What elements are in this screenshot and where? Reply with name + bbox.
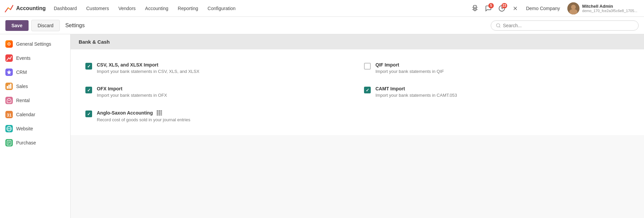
anglo-saxon-text: Anglo-Saxon Accounting xyxy=(97,110,351,122)
user-text: Mitchell Admin demo_170_fce2a3f5c6e8_170… xyxy=(582,4,637,13)
qif-import-label: QIF Import xyxy=(375,62,629,68)
general-settings-icon xyxy=(5,40,13,48)
sales-icon xyxy=(5,83,13,90)
nav-configuration[interactable]: Configuration xyxy=(204,4,240,13)
qif-import-checkbox[interactable] xyxy=(364,63,371,70)
section-header-bank-cash: Bank & Cash xyxy=(71,34,644,49)
anglo-saxon-checkbox[interactable]: ✓ xyxy=(85,111,92,117)
crm-icon xyxy=(5,69,13,76)
user-name: Mitchell Admin xyxy=(582,4,637,9)
svg-rect-40 xyxy=(159,112,160,114)
purchase-icon xyxy=(5,139,13,146)
camt-import-desc: Import your bank statements in CAMT.053 xyxy=(375,93,629,98)
svg-rect-41 xyxy=(161,112,162,114)
top-navigation: Accounting Dashboard Customers Vendors A… xyxy=(0,0,644,17)
nav-reporting[interactable]: Reporting xyxy=(174,4,202,13)
svg-rect-21 xyxy=(8,85,10,89)
close-icon-btn[interactable] xyxy=(509,2,521,14)
svg-rect-44 xyxy=(161,114,162,116)
sidebar-item-general-settings[interactable]: General Settings xyxy=(0,37,70,51)
camt-import-text: CAMT Import Import your bank statements … xyxy=(375,86,629,98)
svg-text:31: 31 xyxy=(7,113,11,118)
save-button[interactable]: Save xyxy=(5,20,29,31)
sidebar-label-website: Website xyxy=(16,126,33,131)
brand-icon xyxy=(4,4,13,13)
checkmark-icon: ✓ xyxy=(87,112,91,117)
sidebar-label-rental: Rental xyxy=(16,98,30,103)
discard-button[interactable]: Discard xyxy=(31,20,60,31)
svg-rect-20 xyxy=(7,86,8,89)
setting-csv-import: ✓ CSV, XLS, and XLSX Import Import your … xyxy=(79,56,357,80)
page-title: Settings xyxy=(65,23,85,29)
checkmark-icon: ✓ xyxy=(87,64,91,69)
avatar xyxy=(567,2,579,14)
checkmark-icon: ✓ xyxy=(366,88,369,93)
csv-import-label: CSV, XLS, and XLSX Import xyxy=(97,62,351,68)
ofx-import-checkbox[interactable]: ✓ xyxy=(85,87,92,93)
setting-camt-import: ✓ CAMT Import Import your bank statement… xyxy=(357,80,636,104)
brand-logo[interactable]: Accounting xyxy=(4,4,46,13)
bug-icon-btn[interactable] xyxy=(469,2,481,14)
setting-anglo-saxon: ✓ Anglo-Saxon Accounting xyxy=(79,104,357,128)
chat-icon-btn[interactable]: 5 xyxy=(482,2,494,14)
main-layout: General Settings Events CRM xyxy=(0,34,644,218)
settings-grid: ✓ CSV, XLS, and XLSX Import Import your … xyxy=(71,49,644,135)
events-icon xyxy=(5,54,13,62)
company-name[interactable]: Demo Company xyxy=(523,4,563,13)
sidebar-label-general-settings: General Settings xyxy=(16,41,51,47)
svg-point-12 xyxy=(9,44,10,45)
grid-icon xyxy=(156,110,162,116)
sidebar: General Settings Events CRM xyxy=(0,34,71,218)
sidebar-item-events[interactable]: Events xyxy=(0,51,70,65)
close-icon xyxy=(512,5,518,11)
nav-accounting[interactable]: Accounting xyxy=(141,4,172,13)
sidebar-label-events: Events xyxy=(16,55,31,61)
sidebar-item-rental[interactable]: Rental xyxy=(0,93,70,107)
chat-badge: 5 xyxy=(488,3,494,8)
sidebar-item-sales[interactable]: Sales xyxy=(0,79,70,93)
search-icon xyxy=(496,23,501,28)
nav-vendors[interactable]: Vendors xyxy=(114,4,139,13)
svg-rect-43 xyxy=(159,114,160,116)
svg-rect-37 xyxy=(159,110,160,112)
section-title: Bank & Cash xyxy=(79,39,110,45)
anglo-saxon-label: Anglo-Saxon Accounting xyxy=(97,110,351,116)
sidebar-item-calendar[interactable]: 31 Calendar xyxy=(0,107,70,122)
sidebar-item-purchase[interactable]: Purchase xyxy=(0,136,70,150)
setting-ofx-import: ✓ OFX Import Import your bank statements… xyxy=(79,80,357,104)
svg-rect-39 xyxy=(157,112,158,114)
svg-rect-22 xyxy=(10,84,11,89)
setting-qif-import: QIF Import Import your bank statements i… xyxy=(357,56,636,80)
svg-rect-36 xyxy=(157,110,158,112)
svg-rect-38 xyxy=(161,110,162,112)
svg-line-2 xyxy=(10,5,13,9)
user-profile[interactable]: Mitchell Admin demo_170_fce2a3f5c6e8_170… xyxy=(565,1,640,16)
sidebar-label-purchase: Purchase xyxy=(16,140,36,145)
ofx-import-desc: Import your bank statements in OFX xyxy=(97,93,351,98)
csv-import-text: CSV, XLS, and XLSX Import Import your ba… xyxy=(97,62,351,74)
checkmark-icon: ✓ xyxy=(87,88,91,93)
svg-point-9 xyxy=(496,24,500,27)
sidebar-item-crm[interactable]: CRM xyxy=(0,65,70,79)
svg-line-0 xyxy=(5,8,8,12)
clock-icon-btn[interactable]: 23 xyxy=(496,2,508,14)
camt-import-checkbox[interactable]: ✓ xyxy=(364,87,371,93)
svg-rect-42 xyxy=(157,114,158,116)
csv-import-checkbox[interactable]: ✓ xyxy=(85,63,92,70)
toolbar: Save Discard Settings xyxy=(0,17,644,34)
search-input[interactable] xyxy=(503,23,634,28)
bug-icon xyxy=(472,5,478,12)
qif-import-text: QIF Import Import your bank statements i… xyxy=(375,62,629,74)
sidebar-label-crm: CRM xyxy=(16,70,27,75)
nav-dashboard[interactable]: Dashboard xyxy=(50,4,81,13)
nav-customers[interactable]: Customers xyxy=(82,4,113,13)
user-sub: demo_170_fce2a3f5c6e8_1705... xyxy=(582,9,637,13)
calendar-icon: 31 xyxy=(5,111,13,118)
nav-icon-group: 5 23 xyxy=(469,2,521,14)
search-bar[interactable] xyxy=(491,20,639,31)
sidebar-label-sales: Sales xyxy=(16,84,28,89)
sidebar-item-website[interactable]: Website xyxy=(0,122,70,136)
anglo-saxon-desc: Record cost of goods sold in your journa… xyxy=(97,117,351,122)
svg-point-7 xyxy=(571,5,576,9)
ofx-import-label: OFX Import xyxy=(97,86,351,91)
